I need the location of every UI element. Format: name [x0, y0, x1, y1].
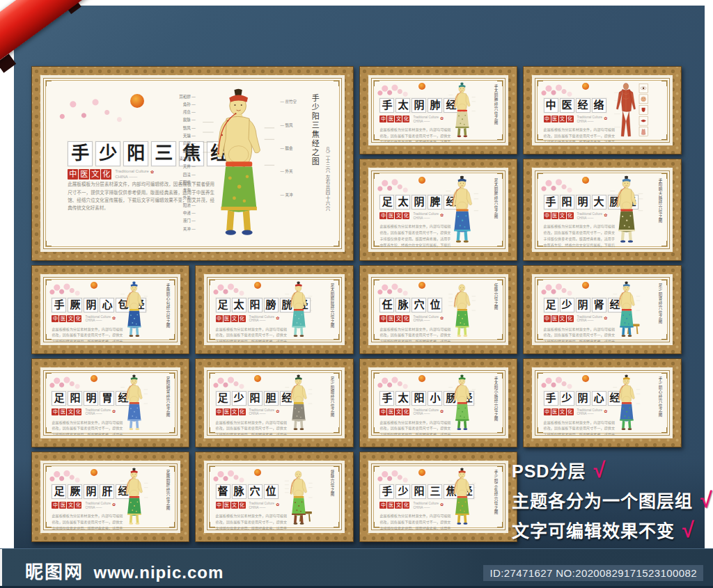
vertical-caption: 足厥阴肝经穴位之图	[165, 470, 171, 511]
title-char: 少	[395, 484, 410, 499]
meridian-figure-illustration	[442, 468, 482, 527]
red-seal-stamp: 文	[67, 502, 74, 509]
figure-body	[126, 281, 142, 336]
card-paper: 足太阳膀胱经 中医文化Traditional CultureCHINA ——✿ …	[207, 277, 342, 342]
card-mat: 中医经络 中医文化Traditional CultureCHINA ——✿ 此展…	[532, 75, 673, 145]
title-char: 大	[592, 195, 606, 209]
description-text: 此展板模板为分层素材源文件，内部均可编辑修改，因各展板下载者使用尺寸不一，提供文…	[52, 420, 123, 436]
figure-body	[290, 281, 306, 336]
title-char: 厥	[68, 298, 82, 312]
title-char: 督	[216, 484, 230, 499]
red-seal-stamp: 中	[544, 212, 551, 219]
meridian-figure-illustration	[114, 281, 154, 340]
red-seal-stamp: 医	[387, 315, 394, 322]
sun-icon	[418, 83, 425, 90]
red-seal-stamp: 中	[216, 408, 223, 415]
note-line: PSD分层√	[512, 456, 708, 486]
sun-icon	[582, 282, 589, 289]
title-char: 手	[544, 391, 558, 406]
title-char: 穴	[412, 298, 426, 312]
card-mat: 任脉穴位 中医文化Traditional CultureCHINA ——✿ 此展…	[368, 274, 508, 345]
meridian-figure-illustration	[279, 281, 319, 340]
figure-body	[454, 468, 471, 524]
vertical-caption: 任脉穴位之图	[493, 283, 499, 310]
figure-body	[217, 88, 260, 235]
figure-body	[126, 468, 143, 524]
sun-icon	[582, 83, 589, 90]
poster-card-jingluo: 中医经络 中医文化Traditional CultureCHINA ——✿ 此展…	[523, 66, 682, 154]
poster-card-sanjiao-small: 手少阳三焦经 中医文化Traditional CultureCHINA ——✿ …	[359, 452, 517, 542]
title-char: 肝	[100, 484, 114, 499]
image-id-badge: ID:27471627 NO:20200829171523100082	[483, 565, 703, 581]
poster-card-pericardium: 手厥阴心包经 中医文化Traditional CultureCHINA ——✿ …	[31, 265, 189, 354]
red-seal-stamp: 化	[567, 408, 574, 415]
red-seal-stamp: 中	[379, 116, 386, 122]
red-seal-stamp: 化	[402, 408, 409, 415]
red-seal-stamp: 化	[239, 315, 246, 322]
title-char: 手	[544, 195, 558, 209]
sun-icon	[418, 177, 425, 184]
title-char: 阴	[576, 391, 590, 406]
title-char: 少	[95, 141, 120, 166]
poster-card-spleen: 足太阴脾经 中医文化Traditional CultureCHINA ——✿ 此…	[359, 159, 517, 261]
face-thumbnail	[639, 94, 648, 103]
title-char: 少	[560, 298, 574, 312]
red-seal-stamp: 文	[395, 116, 402, 122]
meridian-figure	[279, 281, 319, 340]
card-paper: 任脉穴位 中医文化Traditional CultureCHINA ——✿ 此展…	[371, 277, 506, 342]
note-text: 文字可编辑效果不变	[512, 521, 675, 541]
title-char: 经	[576, 98, 590, 113]
tongue-thumbnail	[639, 105, 648, 114]
acupoint-label: 耳和髎 —	[179, 94, 196, 100]
red-seal-stamp: 医	[224, 502, 230, 509]
figure-body	[454, 374, 470, 429]
title-char: 明	[84, 391, 98, 406]
seal-caption: Traditional CultureCHINA ——	[85, 408, 111, 416]
red-seal-stamp: 中	[68, 169, 78, 180]
description-text: 此展板模板为分层素材源文件，内部均可编辑修改，因各展板下载者使用尺寸不一，提供文…	[52, 513, 123, 530]
sun-icon	[254, 375, 261, 382]
title-char: 手	[379, 98, 394, 113]
title-char: 小	[428, 391, 442, 406]
poster-card-ren-mai: 任脉穴位 中医文化Traditional CultureCHINA ——✿ 此展…	[359, 265, 517, 354]
acupoint-label: — 翳风	[280, 122, 292, 128]
red-seal-stamp: 化	[239, 502, 246, 509]
card-mat: 督脉穴位 中医文化Traditional CultureCHINA ——✿ 此展…	[204, 461, 345, 533]
description-text: 此展板模板为分层素材源文件，内部均可编辑修改，因各展板下载者使用尺寸不一，提供文…	[216, 420, 287, 436]
poster-card-stomach: 足阳明胃经 中医文化Traditional CultureCHINA ——✿ 此…	[31, 358, 189, 447]
title-char: 心	[100, 298, 114, 312]
card-mat: 手厥阴心包经 中医文化Traditional CultureCHINA ——✿ …	[40, 274, 180, 345]
meridian-figure	[442, 82, 482, 140]
vertical-caption: 足少阴肾经穴位之图	[657, 283, 663, 324]
card-paper: 手少阴心经 中医文化Traditional CultureCHINA ——✿ 此…	[535, 370, 670, 436]
card-mat: 足少阳胆经 中医文化Traditional CultureCHINA ——✿ 此…	[204, 367, 345, 438]
meridian-figure-illustration	[114, 374, 154, 433]
anatomy-figure-illustration	[595, 82, 664, 139]
acupoint-label: 阳池 —	[183, 202, 196, 208]
poster-card-liver: 足厥阴肝经 中医文化Traditional CultureCHINA ——✿ 此…	[31, 452, 189, 542]
red-seal-stamp: 医	[387, 212, 394, 219]
meridian-figure-illustration	[606, 175, 647, 246]
card-mat: 足阳明胃经 中医文化Traditional CultureCHINA ——✿ 此…	[40, 367, 180, 438]
red-seal-stamp: 化	[75, 315, 81, 322]
vertical-caption: 足阳明胃经穴位之图	[165, 376, 171, 418]
seal-caption: Traditional CultureCHINA ——	[577, 212, 603, 220]
seal-caption: Traditional CultureCHINA ——	[249, 408, 275, 416]
red-seal-stamp: 文	[67, 315, 74, 322]
title-char: 太	[232, 298, 246, 312]
red-seal-stamp: 医	[551, 408, 558, 415]
red-seal-stamp: 医	[387, 502, 394, 509]
site-name: 昵图网	[25, 562, 84, 582]
description-text: 此展板模板为分层素材源文件，内部均可编辑修改，因各展板下载者使用尺寸不一，提供文…	[544, 420, 615, 436]
acupoint-label: — 臑会	[280, 145, 292, 151]
description-text: 此展板模板为分层素材源文件，内部均可编辑修改，因各展板下载者使用尺寸不一，提供文…	[216, 326, 287, 342]
seal-caption: Traditional CultureCHINA ——	[413, 408, 439, 416]
red-seal-stamp: 中	[52, 408, 58, 415]
title-char: 足	[52, 391, 66, 406]
sun-icon	[91, 469, 97, 476]
acupoint-label: 支沟 —	[183, 187, 196, 193]
acupoint-label: 臑会 —	[183, 148, 196, 154]
sun-icon	[91, 282, 97, 289]
title-char: 阳	[412, 391, 426, 406]
vertical-caption: 手厥阴心包经穴位之图	[165, 283, 171, 328]
